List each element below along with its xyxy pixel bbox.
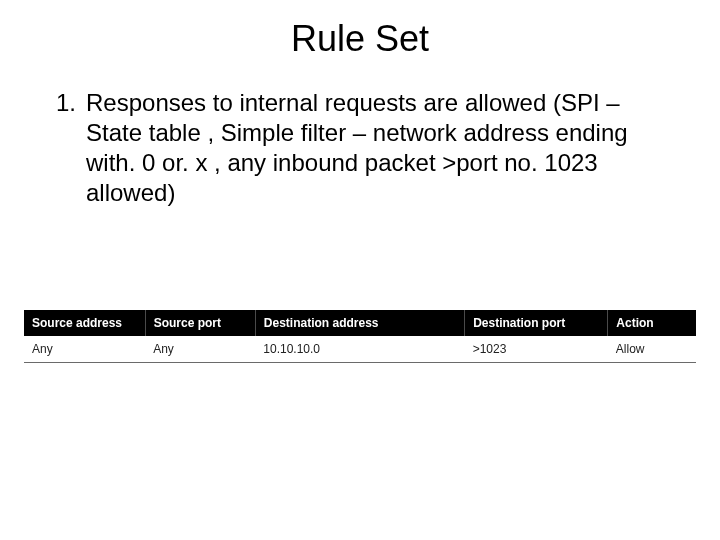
list-item-text: Responses to internal requests are allow…: [86, 88, 670, 208]
col-header-destination-port: Destination port: [465, 310, 608, 336]
col-header-source-port: Source port: [145, 310, 255, 336]
list-item-number: 1.: [40, 88, 86, 118]
rule-table: Source address Source port Destination a…: [24, 310, 696, 363]
cell-source-port: Any: [145, 336, 255, 363]
ordered-list: 1. Responses to internal requests are al…: [0, 88, 720, 208]
cell-action: Allow: [608, 336, 696, 363]
col-header-destination-address: Destination address: [255, 310, 464, 336]
page-title: Rule Set: [0, 18, 720, 60]
col-header-action: Action: [608, 310, 696, 336]
cell-destination-port: >1023: [465, 336, 608, 363]
rule-table-wrap: Source address Source port Destination a…: [24, 310, 696, 363]
col-header-source-address: Source address: [24, 310, 145, 336]
cell-source-address: Any: [24, 336, 145, 363]
table-row: Any Any 10.10.10.0 >1023 Allow: [24, 336, 696, 363]
cell-destination-address: 10.10.10.0: [255, 336, 464, 363]
list-item: 1. Responses to internal requests are al…: [40, 88, 670, 208]
table-header-row: Source address Source port Destination a…: [24, 310, 696, 336]
